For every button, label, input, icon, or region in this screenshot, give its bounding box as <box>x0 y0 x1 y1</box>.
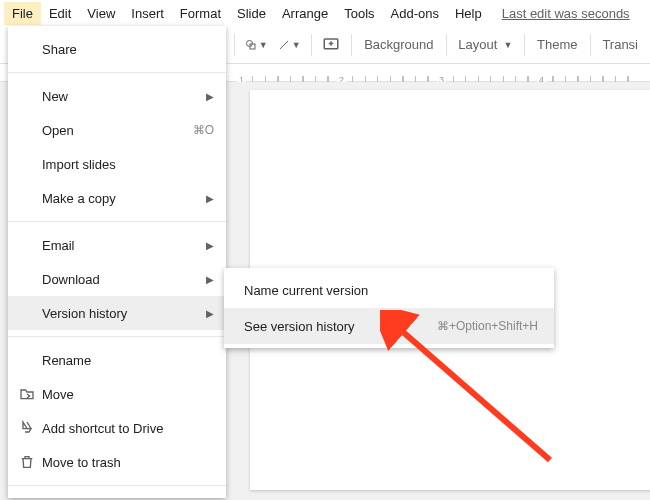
menu-label: Move to trash <box>38 455 214 470</box>
menu-item-email[interactable]: Email▶ <box>8 228 226 262</box>
menu-item-rename[interactable]: Rename <box>8 343 226 377</box>
drive-shortcut-icon <box>16 420 38 436</box>
menu-slide[interactable]: Slide <box>229 2 274 25</box>
toolbar-separator <box>590 34 591 56</box>
theme-button[interactable]: Theme <box>531 37 583 52</box>
menu-file[interactable]: File <box>4 2 41 25</box>
menu-item-add-shortcut[interactable]: Add shortcut to Drive <box>8 411 226 445</box>
file-menu-dropdown: Share New▶ Open⌘O Import slides Make a c… <box>8 26 226 498</box>
svg-line-4 <box>280 41 288 49</box>
line-button[interactable]: ▼ <box>274 31 305 59</box>
menu-divider <box>8 485 226 486</box>
toolbar-separator <box>524 34 525 56</box>
shape-button[interactable]: ▼ <box>241 31 272 59</box>
last-edit-link[interactable]: Last edit was seconds <box>502 6 630 21</box>
menu-label: Import slides <box>38 157 214 172</box>
layout-label: Layout <box>458 37 497 52</box>
menu-insert[interactable]: Insert <box>123 2 172 25</box>
menu-item-make-copy[interactable]: Make a copy▶ <box>8 181 226 215</box>
toolbar-separator <box>351 34 352 56</box>
comment-button[interactable] <box>317 31 345 59</box>
menu-item-new[interactable]: New▶ <box>8 79 226 113</box>
menu-label: Move <box>38 387 214 402</box>
menu-format[interactable]: Format <box>172 2 229 25</box>
move-icon <box>16 386 38 402</box>
menu-item-move-to-trash[interactable]: Move to trash <box>8 445 226 479</box>
layout-button[interactable]: Layout▼ <box>452 37 518 52</box>
chevron-right-icon: ▶ <box>206 91 214 102</box>
menu-item-import-slides[interactable]: Import slides <box>8 147 226 181</box>
chevron-right-icon: ▶ <box>206 308 214 319</box>
menu-item-download[interactable]: Download▶ <box>8 262 226 296</box>
submenu-item-name-current[interactable]: Name current version <box>224 272 554 308</box>
chevron-right-icon: ▶ <box>206 274 214 285</box>
chevron-down-icon: ▼ <box>259 40 268 50</box>
menu-label: Make a copy <box>38 191 206 206</box>
menu-item-open[interactable]: Open⌘O <box>8 113 226 147</box>
menu-label: Email <box>38 238 206 253</box>
transition-button[interactable]: Transi <box>596 37 644 52</box>
shape-icon <box>245 36 257 54</box>
comment-icon <box>322 36 340 54</box>
submenu-shortcut: ⌘+Option+Shift+H <box>437 319 538 333</box>
menu-help[interactable]: Help <box>447 2 490 25</box>
submenu-label: See version history <box>244 319 437 334</box>
menu-label: Rename <box>38 353 214 368</box>
menu-divider <box>8 72 226 73</box>
chevron-right-icon: ▶ <box>206 240 214 251</box>
chevron-down-icon: ▼ <box>292 40 301 50</box>
chevron-down-icon: ▼ <box>503 40 512 50</box>
menu-tools[interactable]: Tools <box>336 2 382 25</box>
trash-icon <box>16 454 38 470</box>
menu-item-move[interactable]: Move <box>8 377 226 411</box>
menu-label: Share <box>38 42 214 57</box>
toolbar-separator <box>234 34 235 56</box>
menu-bar: File Edit View Insert Format Slide Arran… <box>0 0 650 26</box>
toolbar-separator <box>446 34 447 56</box>
menu-label: Add shortcut to Drive <box>38 421 214 436</box>
menu-label: Version history <box>38 306 206 321</box>
submenu-label: Name current version <box>244 283 538 298</box>
menu-view[interactable]: View <box>79 2 123 25</box>
menu-divider <box>8 336 226 337</box>
menu-arrange[interactable]: Arrange <box>274 2 336 25</box>
menu-item-version-history[interactable]: Version history▶ <box>8 296 226 330</box>
submenu-item-see-history[interactable]: See version history ⌘+Option+Shift+H <box>224 308 554 344</box>
chevron-right-icon: ▶ <box>206 193 214 204</box>
background-button[interactable]: Background <box>358 37 439 52</box>
menu-label: Open <box>38 123 193 138</box>
menu-addons[interactable]: Add-ons <box>383 2 447 25</box>
toolbar-separator <box>311 34 312 56</box>
menu-item-share[interactable]: Share <box>8 32 226 66</box>
menu-edit[interactable]: Edit <box>41 2 79 25</box>
version-history-submenu: Name current version See version history… <box>224 268 554 348</box>
menu-divider <box>8 221 226 222</box>
menu-label: Download <box>38 272 206 287</box>
menu-label: New <box>38 89 206 104</box>
line-icon <box>278 36 290 54</box>
menu-shortcut: ⌘O <box>193 123 214 137</box>
